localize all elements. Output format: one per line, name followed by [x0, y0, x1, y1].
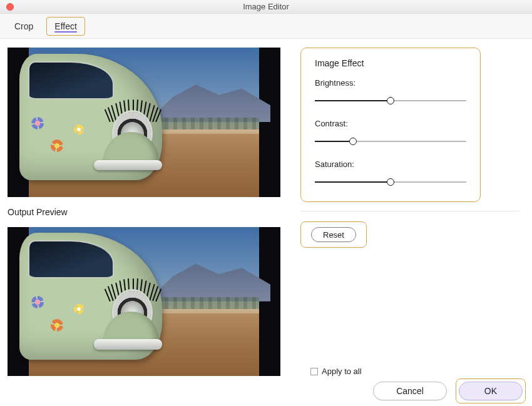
source-image	[8, 48, 280, 197]
tab-crop[interactable]: Crop	[6, 17, 41, 36]
image-effect-panel: Image Effect Brightness: Contrast: Satur…	[300, 48, 481, 202]
tab-effect[interactable]: Effect	[46, 17, 85, 36]
titlebar: Image Editor	[0, 0, 532, 14]
reset-button[interactable]: Reset	[311, 227, 356, 242]
ok-button[interactable]: OK	[459, 382, 523, 400]
saturation-label: Saturation:	[315, 160, 466, 169]
window-title: Image Editor	[0, 2, 532, 11]
ok-focus-ring: OK	[456, 378, 526, 403]
brightness-label: Brightness:	[315, 78, 466, 88]
window-close-button[interactable]	[6, 3, 14, 11]
dialog-footer: Cancel OK	[0, 376, 532, 406]
image-effect-title: Image Effect	[315, 58, 466, 68]
contrast-label: Contrast:	[315, 119, 466, 128]
content-area: Output Preview Image Effect Brightness:	[0, 39, 532, 376]
output-preview-image	[8, 227, 280, 377]
reset-focus-ring: Reset	[300, 221, 367, 248]
right-column: Image Effect Brightness: Contrast: Satur…	[288, 48, 524, 376]
saturation-slider[interactable]	[315, 178, 466, 186]
tab-strip: Crop Effect	[0, 14, 532, 39]
brightness-group: Brightness:	[315, 78, 466, 105]
apply-to-all-checkbox[interactable]	[310, 368, 318, 375]
cancel-button[interactable]: Cancel	[373, 382, 447, 400]
saturation-group: Saturation:	[315, 160, 466, 186]
brightness-slider[interactable]	[315, 96, 466, 105]
output-preview-label: Output Preview	[8, 207, 288, 217]
apply-to-all-label: Apply to all	[322, 367, 362, 376]
left-column: Output Preview	[8, 48, 288, 376]
contrast-group: Contrast:	[315, 119, 466, 146]
contrast-slider[interactable]	[315, 137, 466, 146]
apply-to-all-row: Apply to all	[310, 362, 524, 376]
divider	[300, 211, 519, 211]
